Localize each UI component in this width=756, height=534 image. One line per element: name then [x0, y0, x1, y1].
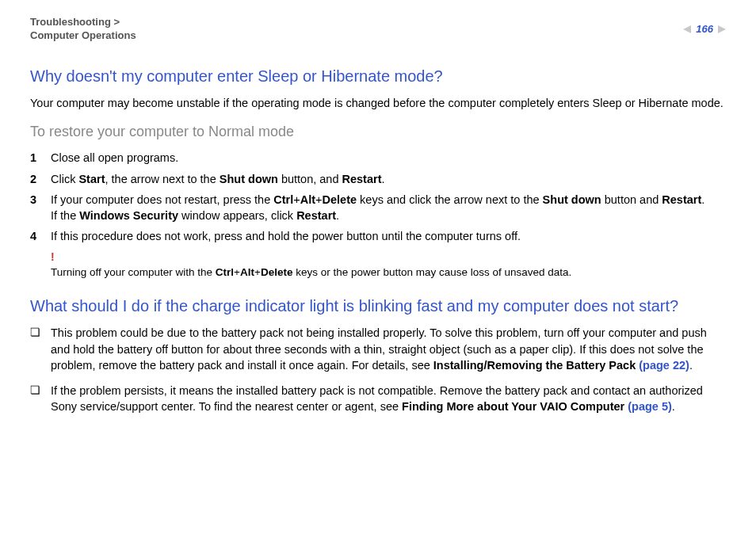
section-heading-sleep-hibernate: Why doesn't my computer enter Sleep or H…	[30, 65, 726, 87]
step-text: If your computer does not restart, press…	[51, 192, 726, 224]
step-text: Close all open programs.	[51, 150, 726, 166]
step-text: Click Start, the arrow next to the Shut …	[51, 171, 726, 187]
breadcrumb: Troubleshooting > Computer Operations	[30, 16, 136, 43]
section-heading-charge-indicator: What should I do if the charge indicator…	[30, 295, 726, 317]
breadcrumb-line2: Computer Operations	[30, 29, 136, 41]
list-item: ❏ This problem could be due to the batte…	[30, 325, 726, 373]
warning-text: Turning off your computer with the Ctrl+…	[51, 266, 571, 278]
next-page-arrow-icon[interactable]	[718, 25, 726, 33]
step-text: If this procedure does not work, press a…	[51, 228, 726, 244]
step-2: 2 Click Start, the arrow next to the Shu…	[30, 171, 726, 187]
bullet-icon: ❏	[30, 325, 51, 373]
bullet-text: If the problem persists, it means the in…	[51, 383, 726, 415]
step-1: 1 Close all open programs.	[30, 150, 726, 166]
warning-block: ! Turning off your computer with the Ctr…	[51, 250, 726, 280]
step-number: 1	[30, 150, 51, 166]
bullet-text: This problem could be due to the battery…	[51, 325, 726, 373]
charge-bullets-list: ❏ This problem could be due to the batte…	[30, 325, 726, 414]
warning-icon: !	[51, 250, 726, 265]
page-header: Troubleshooting > Computer Operations 16…	[30, 16, 726, 43]
restore-steps-list: 1 Close all open programs. 2 Click Start…	[30, 150, 726, 244]
page-number: 166	[696, 22, 713, 36]
page-navigation: 166	[683, 22, 726, 36]
step-number: 2	[30, 171, 51, 187]
step-4: 4 If this procedure does not work, press…	[30, 228, 726, 244]
subheading-restore-normal: To restore your computer to Normal mode	[30, 122, 726, 142]
step-3: 3 If your computer does not restart, pre…	[30, 192, 726, 224]
page-link-5[interactable]: (page 5)	[628, 400, 672, 413]
bullet-icon: ❏	[30, 383, 51, 415]
step-number: 3	[30, 192, 51, 224]
list-item: ❏ If the problem persists, it means the …	[30, 383, 726, 415]
page-link-22[interactable]: (page 22)	[639, 359, 689, 372]
step-number: 4	[30, 228, 51, 244]
breadcrumb-line1: Troubleshooting >	[30, 16, 120, 28]
prev-page-arrow-icon[interactable]	[683, 25, 691, 33]
section1-intro: Your computer may become unstable if the…	[30, 95, 726, 111]
